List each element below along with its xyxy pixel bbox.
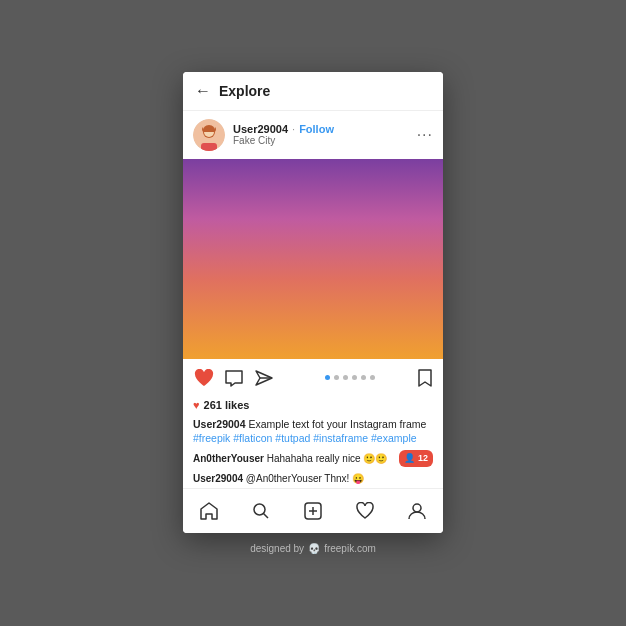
caption-row: User29004 Example text fot your Instagra… xyxy=(183,415,443,448)
actions-row xyxy=(183,359,443,397)
caption-hashtags: #freepik #flaticon #tutpad #instaframe #… xyxy=(193,432,417,444)
likes-row: ♥ 261 likes xyxy=(183,397,443,415)
footer-skull-icon: 💀 xyxy=(308,543,320,554)
caption-text: Example text fot your Instagram frame xyxy=(246,418,427,430)
phone-frame: ← Explore User29004 · Follow Fake xyxy=(183,72,443,534)
nav-search[interactable] xyxy=(246,497,276,525)
nav-heart[interactable] xyxy=(350,497,380,525)
heart-icon: ♥ xyxy=(193,399,200,411)
bottom-nav xyxy=(183,488,443,533)
comment-button[interactable] xyxy=(223,367,245,389)
post-user-info: User29004 · Follow Fake City xyxy=(233,123,417,146)
commenter-1-username[interactable]: An0therYouser xyxy=(193,453,264,464)
comment-row-1: An0therYouser Hahahaha really nice 🙂🙂 👤 … xyxy=(183,448,443,470)
svg-point-10 xyxy=(413,504,421,512)
dot-5 xyxy=(361,375,366,380)
notification-badge[interactable]: 👤 12 xyxy=(399,450,433,468)
likes-count: 261 likes xyxy=(204,399,250,411)
top-bar: ← Explore xyxy=(183,72,443,111)
post-username[interactable]: User29004 xyxy=(233,123,288,135)
post-header: User29004 · Follow Fake City ··· xyxy=(183,111,443,159)
share-button[interactable] xyxy=(253,367,275,389)
dot-4 xyxy=(352,375,357,380)
bookmark-button[interactable] xyxy=(417,368,433,388)
like-button[interactable] xyxy=(193,367,215,389)
notification-icon: 👤 xyxy=(404,452,415,466)
comment-1-text: Hahahaha really nice 🙂🙂 xyxy=(267,453,388,464)
dot-2 xyxy=(334,375,339,380)
svg-line-6 xyxy=(264,514,269,519)
dot-6 xyxy=(370,375,375,380)
svg-point-5 xyxy=(254,504,265,515)
dot-separator: · xyxy=(292,123,295,135)
back-button[interactable]: ← xyxy=(195,82,211,100)
dot-3 xyxy=(343,375,348,380)
nav-home[interactable] xyxy=(194,497,224,525)
commenter-2-username[interactable]: User29004 xyxy=(193,473,243,484)
post-location: Fake City xyxy=(233,135,417,146)
comment-2-text: @An0therYouser Thnx! 😛 xyxy=(246,473,364,484)
footer: designed by 💀 freepik.com xyxy=(250,543,376,554)
nav-profile[interactable] xyxy=(402,497,432,525)
avatar xyxy=(193,119,225,151)
comment-row-2: User29004 @An0therYouser Thnx! 😛 xyxy=(183,469,443,488)
more-options-button[interactable]: ··· xyxy=(417,126,433,144)
caption-username[interactable]: User29004 xyxy=(193,418,246,430)
svg-rect-2 xyxy=(201,143,217,151)
footer-brand: freepik.com xyxy=(324,543,376,554)
dot-1 xyxy=(325,375,330,380)
footer-designed-by: designed by xyxy=(250,543,304,554)
notification-count: 12 xyxy=(418,452,428,466)
follow-button[interactable]: Follow xyxy=(299,123,334,135)
image-dots-nav xyxy=(283,375,417,380)
post-image xyxy=(183,159,443,359)
page-title: Explore xyxy=(219,83,270,99)
nav-add[interactable] xyxy=(298,497,328,525)
